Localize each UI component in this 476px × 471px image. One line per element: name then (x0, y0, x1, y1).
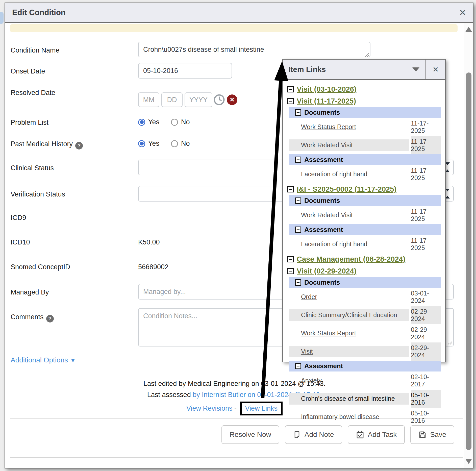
item-date: 03-01-2024 (411, 288, 441, 306)
item-links-row: Clinic Summary/Clinical Education02-29-2… (289, 306, 441, 324)
collapse-toggle-icon[interactable]: − (287, 86, 294, 92)
calendar-check-icon (356, 430, 364, 439)
condition-name-input[interactable] (138, 42, 370, 57)
additional-options-text: Additional Options (11, 356, 68, 364)
item-links-row: −I&I - S2025-0002 (11-17-2025) (287, 183, 441, 195)
link-separator: - (234, 405, 237, 412)
scroll-up-icon[interactable] (465, 27, 472, 32)
help-icon[interactable]: ? (46, 315, 54, 323)
view-links-link[interactable]: View Links (245, 405, 278, 412)
collapse-toggle-icon[interactable]: − (295, 227, 301, 233)
section-label: Documents (304, 109, 340, 116)
item-link[interactable]: Clinic Summary/Clinical Education (289, 309, 409, 321)
dialog-actions: Resolve Now Add Note Add Task (221, 425, 454, 444)
popup-close-button[interactable]: ✕ (425, 60, 445, 79)
item-links-row: −Visit (02-29-2024) (287, 265, 441, 277)
collapse-toggle-icon[interactable]: − (287, 98, 294, 104)
past-medical-history-label: Past Medical History? (11, 140, 83, 150)
item-links-popup: Item Links ✕ −Visit (03-10-2026)−Visit (… (282, 59, 446, 362)
chevron-down-icon (412, 67, 419, 71)
item-date: 11-17-2025 (411, 118, 441, 136)
note-icon (293, 431, 301, 439)
problem-list-no-radio[interactable]: No (171, 118, 190, 126)
clock-icon[interactable] (213, 94, 225, 106)
collapse-toggle-icon[interactable]: − (287, 256, 294, 262)
icd9-label: ICD9 (11, 214, 26, 222)
record-link[interactable]: I&I - S2025-0002 (11-17-2025) (297, 185, 396, 193)
section-label: Documents (304, 279, 340, 286)
textarea-resize-grip[interactable] (448, 340, 452, 344)
item-links-row: −Visit (03-10-2026) (287, 83, 441, 95)
item-link[interactable]: Order (289, 291, 409, 303)
resolved-month-input[interactable] (138, 92, 159, 107)
save-icon (418, 431, 427, 439)
collapse-toggle-icon[interactable]: − (287, 186, 294, 192)
add-note-button[interactable]: Add Note (285, 425, 342, 444)
view-revisions-link[interactable]: View Revisions (186, 405, 233, 412)
radio-icon (171, 140, 178, 147)
save-button[interactable]: Save (410, 425, 454, 444)
item-date: 02-10-2017 (411, 371, 441, 390)
record-link[interactable]: Case Management (08-28-2024) (297, 255, 405, 263)
pmh-no-radio[interactable]: No (171, 140, 190, 147)
collapse-toggle-icon[interactable]: − (295, 197, 301, 204)
close-icon: ✕ (433, 65, 438, 74)
item-link[interactable]: Work Related Visit (289, 209, 409, 221)
help-icon[interactable]: ? (75, 142, 83, 150)
item-link[interactable]: Work Status Report (289, 121, 409, 133)
resolved-day-input[interactable] (161, 92, 183, 107)
resolved-year-input[interactable] (185, 92, 212, 107)
item-links-row: −Visit (11-17-2025) (287, 95, 441, 107)
item-text: Inflammatory bowel disease (289, 411, 409, 423)
input-resize-grip[interactable] (365, 53, 369, 57)
chevron-down-icon: ▼ (70, 357, 76, 364)
item-links-row: Order03-01-2024 (289, 288, 441, 306)
onset-date-input[interactable] (138, 63, 232, 79)
pmh-yes-radio[interactable]: Yes (138, 140, 159, 147)
record-link[interactable]: Visit (03-10-2026) (297, 85, 356, 93)
section-label: Assessment (304, 156, 343, 164)
record-link[interactable]: Visit (02-29-2024) (297, 267, 356, 275)
past-medical-history-radios: Yes No (138, 140, 198, 147)
collapse-toggle-icon[interactable]: − (295, 157, 301, 163)
item-link[interactable]: Visit (289, 346, 409, 357)
item-link[interactable]: Work Status Report (289, 328, 409, 339)
dialog-close-button[interactable]: ✕ (452, 3, 473, 22)
radio-icon (138, 119, 145, 126)
item-text: Laceration of right hand (289, 168, 409, 180)
button-label: Save (430, 431, 446, 439)
item-link[interactable]: Work Related Visit (289, 139, 409, 151)
clinical-status-label: Clinical Status (11, 164, 54, 172)
scroll-down-icon[interactable] (465, 459, 472, 464)
scrollbar-thumb[interactable] (466, 72, 471, 450)
button-label: Add Task (368, 431, 397, 439)
radio-label: Yes (148, 118, 159, 126)
resolve-now-button[interactable]: Resolve Now (221, 425, 279, 444)
collapse-toggle-icon[interactable]: − (295, 279, 301, 286)
clear-date-button[interactable]: ✕ (227, 94, 237, 105)
item-date: 05-10-2016 (411, 390, 441, 408)
managed-by-label: Managed By (11, 288, 49, 296)
scrollbar[interactable] (464, 23, 473, 468)
icd10-value: K50.00 (138, 238, 160, 246)
additional-options-link[interactable]: Additional Options ▼ (11, 356, 76, 364)
item-date: 02-29-2024 (411, 342, 441, 361)
item-text: Anxiety (289, 375, 409, 386)
section-label: Assessment (304, 226, 343, 234)
button-label: Add Note (305, 431, 334, 439)
collapse-toggle-icon[interactable]: − (295, 363, 301, 369)
collapse-toggle-icon[interactable]: − (295, 109, 301, 116)
add-task-button[interactable]: Add Task (348, 425, 405, 444)
icd10-label: ICD10 (11, 238, 30, 246)
item-links-row: −Assessment (289, 361, 441, 371)
item-links-title: Item Links (283, 60, 406, 79)
item-links-row: −Assessment (289, 154, 441, 165)
record-link[interactable]: Visit (11-17-2025) (297, 97, 356, 105)
item-date: 05-10-2016 (411, 408, 441, 426)
comments-label: Comments? (11, 313, 54, 323)
collapse-toggle-icon[interactable]: − (287, 268, 294, 274)
problem-list-yes-radio[interactable]: Yes (138, 118, 159, 126)
popup-collapse-button[interactable] (406, 60, 425, 79)
item-links-row: Laceration of right hand11-17-2025 (289, 235, 441, 253)
item-text: Crohn's disease of small intestine (289, 393, 409, 404)
